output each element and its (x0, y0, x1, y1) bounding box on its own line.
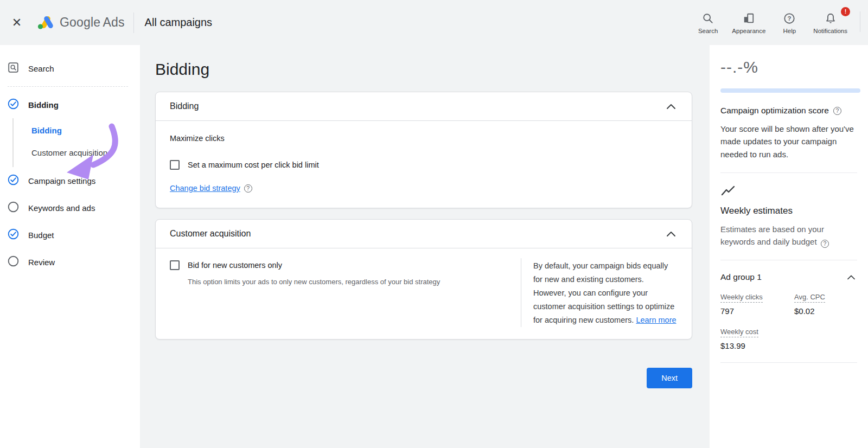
sidebar-item-review[interactable]: Review (0, 248, 140, 276)
stat-value: $0.02 (794, 306, 857, 316)
new-customers-helper-text: This option limits your ads to only new … (188, 278, 510, 286)
sidebar-substeps: Bidding Customer acquisition (12, 118, 140, 167)
sidebar-item-campaign-settings[interactable]: Campaign settings (0, 167, 140, 194)
sidebar-divider (8, 86, 128, 87)
page-title: Bidding (155, 60, 710, 79)
google-ads-logo-mark (37, 15, 54, 30)
stat-value: 797 (720, 306, 794, 316)
weekly-estimates-description: Estimates are based on your keywords and… (720, 223, 857, 248)
sidebar-item-label: Campaign settings (28, 176, 95, 185)
header-divider (133, 12, 134, 33)
sidebar-item-label: Review (28, 258, 55, 267)
customer-acquisition-info: By default, your campaign bids equally f… (521, 258, 692, 327)
customer-card-title: Customer acquisition (170, 229, 251, 239)
help-circle-icon[interactable]: ? (821, 240, 829, 248)
panel-divider (720, 362, 857, 363)
stat-label: Weekly cost (720, 328, 758, 337)
optimization-score-progress-bar (720, 88, 860, 93)
help-circle-icon[interactable]: ? (244, 184, 252, 193)
sidebar-item-budget[interactable]: Budget (0, 221, 140, 248)
stat-avg-cpc: Avg. CPC $0.02 (794, 292, 857, 316)
step-check-icon (8, 98, 19, 111)
ad-group-title: Ad group 1 (720, 272, 762, 282)
close-icon[interactable]: ✕ (7, 12, 27, 33)
step-check-icon (8, 228, 19, 241)
sidebar-item-search[interactable]: Search (0, 55, 140, 82)
panel-divider (720, 260, 857, 260)
chevron-up-icon[interactable] (845, 273, 857, 281)
step-check-icon (8, 174, 19, 187)
header-action-label: Help (783, 28, 796, 34)
optimization-score-value: --.-% (720, 58, 857, 76)
header-help-button[interactable]: ? Help (773, 11, 806, 34)
estimates-panel: --.-% Campaign optimization score ? Your… (710, 45, 868, 448)
optimization-score-title: Campaign optimization score (720, 106, 829, 116)
search-icon (702, 11, 714, 24)
sidebar-item-keywords-and-ads[interactable]: Keywords and ads (0, 194, 140, 221)
header-action-label: Search (698, 28, 718, 34)
sidebar-subitem-label: Bidding (31, 126, 62, 135)
stat-value: $13.99 (720, 341, 794, 350)
next-button[interactable]: Next (647, 368, 692, 388)
stat-weekly-clicks: Weekly clicks 797 (720, 292, 794, 316)
sidebar-subitem-bidding[interactable]: Bidding (14, 119, 140, 142)
sidebar-subitem-label: Customer acquisition (31, 148, 107, 157)
sidebar-item-label: Keywords and ads (28, 203, 95, 213)
header-action-label: Appearance (732, 28, 765, 34)
max-cpc-checkbox-label[interactable]: Set a maximum cost per click bid limit (188, 161, 319, 169)
panel-divider (720, 172, 857, 173)
breadcrumb: All campaigns (145, 16, 213, 29)
customer-acquisition-card: Customer acquisition Bid for new custome… (155, 219, 692, 340)
step-circle-icon (8, 255, 19, 268)
header-end-divider (860, 11, 860, 32)
trend-line-icon (720, 185, 857, 199)
brand-text: GoogleAds (60, 15, 125, 30)
weekly-estimates-text: Estimates are based on your keywords and… (720, 225, 824, 246)
chevron-up-icon[interactable] (665, 101, 678, 111)
sidebar-item-label: Bidding (28, 100, 59, 110)
sidebar-item-bidding[interactable]: Bidding (0, 91, 140, 118)
chevron-up-icon[interactable] (665, 229, 678, 239)
stat-label: Avg. CPC (794, 293, 825, 303)
header-search-button[interactable]: Search (691, 11, 725, 34)
bidding-card: Bidding Maximize clicks Set a maximum co… (155, 92, 692, 208)
change-bid-strategy-link[interactable]: Change bid strategy (170, 184, 240, 193)
new-customers-checkbox-label[interactable]: Bid for new customers only (188, 261, 282, 270)
notification-badge: ! (841, 7, 850, 16)
learn-more-link[interactable]: Learn more (636, 316, 676, 324)
top-app-bar: ✕ GoogleAds All campaigns Search Appeara… (0, 0, 868, 45)
svg-text:?: ? (788, 15, 792, 22)
stat-label: Weekly clicks (720, 293, 763, 303)
bidding-card-header: Bidding (156, 92, 692, 121)
bell-icon (825, 11, 837, 24)
help-icon: ? (783, 11, 795, 24)
appearance-icon (743, 11, 755, 24)
search-in-box-icon (8, 62, 19, 75)
header-notifications-button[interactable]: ! Notifications (806, 11, 854, 34)
stat-weekly-cost: Weekly cost $13.99 (720, 327, 794, 350)
step-circle-icon (8, 201, 19, 214)
campaign-steps-sidebar: Search Bidding Bidding Customer acquisit… (0, 45, 140, 448)
new-customers-checkbox[interactable] (170, 260, 180, 270)
header-action-label: Notifications (813, 28, 847, 34)
max-cpc-checkbox[interactable] (170, 160, 180, 170)
help-circle-icon[interactable]: ? (833, 107, 841, 115)
bidding-card-title: Bidding (170, 101, 199, 111)
sidebar-item-label: Search (28, 64, 54, 73)
customer-card-header: Customer acquisition (156, 220, 692, 248)
bid-strategy-value: Maximize clicks (170, 134, 678, 143)
optimization-score-description: Your score will be shown after you've ma… (720, 123, 857, 161)
sidebar-item-label: Budget (28, 231, 54, 240)
google-ads-logo: GoogleAds (37, 15, 125, 30)
header-appearance-button[interactable]: Appearance (725, 11, 773, 34)
customer-acquisition-info-text: By default, your campaign bids equally f… (533, 261, 674, 324)
main-content: Bidding Bidding Maximize clicks Set a ma… (140, 45, 710, 448)
sidebar-subitem-customer-acquisition[interactable]: Customer acquisition (14, 142, 140, 164)
weekly-estimates-title: Weekly estimates (720, 206, 857, 216)
